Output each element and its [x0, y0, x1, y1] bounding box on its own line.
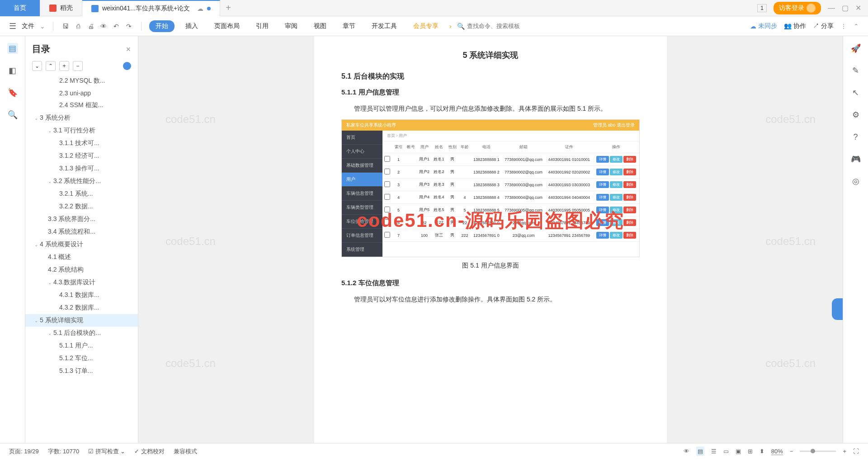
- menu-insert[interactable]: 插入: [180, 22, 203, 30]
- hamburger-icon[interactable]: ☰: [9, 21, 16, 31]
- view-page-icon[interactable]: ▤: [696, 447, 704, 456]
- pen-icon[interactable]: ✎: [850, 65, 861, 76]
- zoom-level[interactable]: 80%: [771, 448, 783, 455]
- heading-5-1-2: 5.1.2 车位信息管理: [341, 279, 640, 287]
- more-icon[interactable]: ⋮: [840, 23, 847, 30]
- menu-chapter[interactable]: 章节: [337, 22, 361, 30]
- maximize-button[interactable]: ▢: [842, 4, 849, 12]
- menu-review[interactable]: 审阅: [279, 22, 303, 30]
- file-menu[interactable]: 文件: [22, 22, 34, 30]
- menu-view[interactable]: 视图: [308, 22, 332, 30]
- toc-item[interactable]: 3.4 系统流程和...: [25, 226, 138, 238]
- toc-item[interactable]: 5.1.2 车位...: [25, 352, 138, 365]
- search-rail-icon[interactable]: 🔍: [7, 109, 18, 120]
- close-outline-icon[interactable]: ✕: [126, 46, 131, 53]
- toc-item[interactable]: 5.1.1 用户...: [25, 339, 138, 352]
- toc-item[interactable]: 4.3.1 数据库...: [25, 289, 138, 301]
- toc-item[interactable]: 2.2 MYSQL 数...: [25, 75, 138, 87]
- add-heading-button[interactable]: +: [59, 61, 69, 71]
- toc-item[interactable]: ⌄4 系统概要设计: [25, 238, 138, 251]
- menu-member[interactable]: 会员专享: [408, 22, 444, 30]
- toc-item[interactable]: 2.3 uni-app: [25, 87, 138, 99]
- preview-icon[interactable]: 👁: [99, 22, 108, 31]
- collapse-all-button[interactable]: ⌄: [32, 61, 42, 71]
- zoom-fit-icon[interactable]: ⬍: [760, 448, 764, 455]
- compat-mode[interactable]: 兼容模式: [174, 447, 197, 456]
- view-web-icon[interactable]: ▭: [723, 448, 729, 455]
- toc-item[interactable]: 4.3.2 数据库...: [25, 301, 138, 314]
- doc-proof[interactable]: ✓ 文档校对: [134, 447, 165, 456]
- toc-item[interactable]: 3.1.2 经济可...: [25, 150, 138, 162]
- toc-item[interactable]: 3.2.1 系统...: [25, 188, 138, 200]
- rocket-icon[interactable]: 🚀: [850, 43, 861, 54]
- game-icon[interactable]: 🎮: [850, 154, 861, 165]
- document-page: 5 系统详细实现 5.1 后台模块的实现 5.1.1 用户信息管理 管理员可以管…: [314, 36, 667, 443]
- nav-icon[interactable]: ◧: [7, 65, 18, 76]
- watermark: code51.cn: [165, 357, 216, 370]
- tab-home[interactable]: 首页: [0, 0, 40, 16]
- zoom-out-button[interactable]: −: [790, 448, 793, 455]
- fullscreen-icon[interactable]: ⛶: [853, 448, 859, 455]
- grid-icon[interactable]: ⊞: [748, 448, 753, 455]
- left-rail: ▤ ◧ 🔖 🔍: [0, 36, 25, 443]
- tab-daoke[interactable]: 稻壳: [40, 0, 82, 16]
- share-button[interactable]: ↗ 分享: [813, 22, 834, 30]
- toc-item[interactable]: ⌄5.1 后台模块的...: [25, 327, 138, 339]
- new-tab-button[interactable]: +: [220, 3, 236, 13]
- chevron-right-icon[interactable]: ›: [449, 23, 452, 30]
- toc-item[interactable]: 3.1.1 技术可...: [25, 137, 138, 150]
- toc-item[interactable]: 5.1.3 订单...: [25, 365, 138, 377]
- collapse-ribbon-icon[interactable]: ⌃: [854, 23, 859, 30]
- word-count[interactable]: 字数: 10770: [48, 447, 79, 456]
- export-icon[interactable]: ⎙: [74, 22, 83, 31]
- menu-reference[interactable]: 引用: [250, 22, 274, 30]
- paragraph: 管理员可以对车位信息进行添加修改删除操作。具体界面如图 5.2 所示。: [341, 293, 640, 306]
- outline-badge-icon[interactable]: [123, 62, 131, 70]
- save-icon[interactable]: 🖫: [61, 22, 70, 31]
- command-search[interactable]: 🔍: [457, 23, 530, 30]
- toc-item[interactable]: 4.1 概述: [25, 251, 138, 263]
- remove-heading-button[interactable]: −: [73, 61, 83, 71]
- undo-icon[interactable]: ↶: [112, 22, 121, 31]
- toc-item[interactable]: 3.3 系统界面分...: [25, 213, 138, 226]
- toc-item[interactable]: ⌄4.3.数据库设计: [25, 276, 138, 289]
- toc-item[interactable]: 2.4 SSM 框架...: [25, 99, 138, 112]
- redo-icon[interactable]: ↷: [124, 22, 133, 31]
- eye-icon[interactable]: 👁: [684, 448, 689, 455]
- collab-button[interactable]: 👥 协作: [784, 22, 806, 30]
- start-tab[interactable]: 开始: [149, 20, 175, 32]
- minimize-button[interactable]: —: [828, 4, 835, 12]
- menu-layout[interactable]: 页面布局: [209, 22, 245, 30]
- page-indicator[interactable]: 1: [757, 4, 767, 12]
- document-area[interactable]: code51.cn code51.cn code51.cn code51.cn …: [138, 36, 843, 443]
- expand-all-button[interactable]: ⌃: [46, 61, 56, 71]
- search-input[interactable]: [467, 23, 530, 29]
- outline-icon[interactable]: ▤: [7, 43, 18, 54]
- bookmark-icon[interactable]: 🔖: [7, 87, 18, 98]
- toc-item[interactable]: ⌄3.1 可行性分析: [25, 124, 138, 137]
- page-count[interactable]: 页面: 19/29: [9, 447, 39, 456]
- print-icon[interactable]: 🖨: [86, 22, 95, 31]
- float-tab[interactable]: [832, 298, 843, 320]
- target-icon[interactable]: ◎: [850, 176, 861, 187]
- toc-item[interactable]: ⌄3.2 系统性能分...: [25, 175, 138, 188]
- modified-dot-icon: [207, 7, 211, 10]
- view-read-icon[interactable]: ▣: [736, 448, 741, 455]
- toc-item[interactable]: 4.2 系统结构: [25, 263, 138, 276]
- toc-item[interactable]: 3.1.3 操作可...: [25, 162, 138, 175]
- menu-devtools[interactable]: 开发工具: [366, 22, 402, 30]
- close-button[interactable]: ✕: [855, 4, 861, 12]
- login-button[interactable]: 访客登录: [774, 2, 821, 14]
- zoom-in-button[interactable]: +: [843, 448, 846, 455]
- help-icon[interactable]: ?: [850, 132, 861, 142]
- toc-item[interactable]: 3.2.2 数据...: [25, 200, 138, 213]
- toc-item[interactable]: ⌄3 系统分析: [25, 112, 138, 124]
- toc-item[interactable]: ⌄5 系统详细实现: [25, 314, 138, 327]
- settings-icon[interactable]: ⚙: [850, 109, 861, 120]
- zoom-slider[interactable]: [800, 451, 836, 452]
- unsync-button[interactable]: ☁未同步: [750, 22, 777, 30]
- spell-check[interactable]: ☑ 拼写检查 ⌄: [88, 447, 125, 456]
- tab-document[interactable]: weixin041...车位共享系统+论文☁: [82, 0, 220, 16]
- view-outline-icon[interactable]: ☰: [711, 448, 717, 455]
- cursor-icon[interactable]: ↖: [850, 87, 861, 98]
